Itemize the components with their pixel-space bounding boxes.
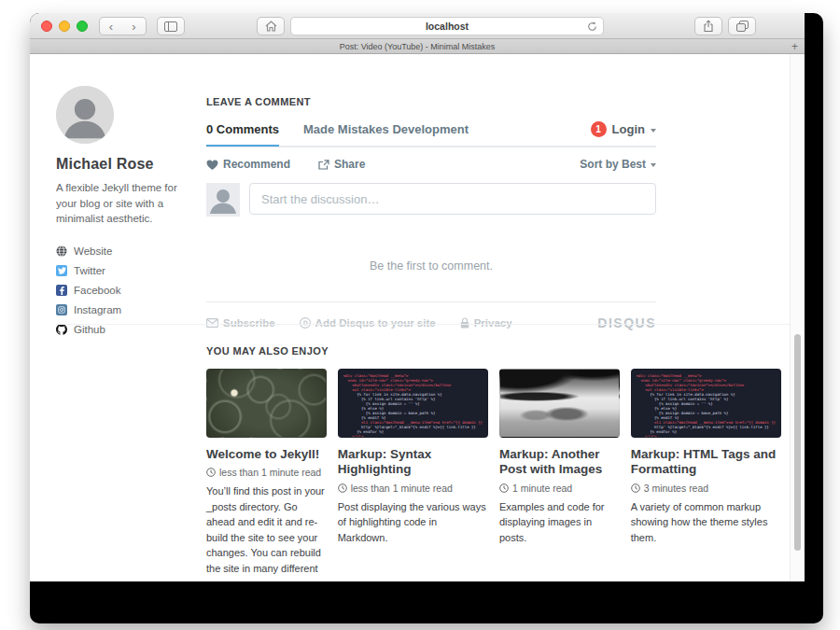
tabs-icon bbox=[736, 21, 749, 32]
share-icon bbox=[703, 20, 714, 33]
read-time: 1 minute read bbox=[512, 483, 572, 494]
sidebar-item-website[interactable]: Website bbox=[56, 245, 185, 257]
read-time: less than 1 minute read bbox=[219, 467, 321, 478]
post-title[interactable]: Welcome to Jekyll! bbox=[206, 447, 327, 462]
login-control[interactable]: 1 Login bbox=[591, 121, 656, 146]
forward-button[interactable]: › bbox=[122, 17, 147, 35]
sidebar-icon bbox=[164, 21, 177, 32]
divider bbox=[56, 324, 790, 325]
post-thumbnail-code: <div class="masthead __menu"> <nav id="s… bbox=[338, 369, 488, 438]
post-excerpt: Post displaying the various ways of high… bbox=[338, 499, 488, 546]
tab-bar: Post: Video (YouTube) - Minimal Mistakes… bbox=[30, 39, 805, 54]
zoom-window-button[interactable] bbox=[77, 21, 88, 32]
link-label: Website bbox=[74, 245, 112, 257]
divider bbox=[206, 301, 656, 302]
page-content: Michael Rose A flexible Jekyll theme for… bbox=[30, 54, 805, 581]
empty-state-text: Be the first to comment. bbox=[206, 259, 656, 273]
privacy-link[interactable]: Privacy bbox=[460, 317, 512, 329]
sidebar-item-instagram[interactable]: Instagram bbox=[56, 304, 185, 315]
close-window-button[interactable] bbox=[41, 21, 52, 32]
post-title[interactable]: Markup: Syntax Highlighting bbox=[338, 447, 488, 478]
scrollbar-thumb[interactable] bbox=[794, 334, 801, 551]
related-card[interactable]: <div class="masthead __menu"> <nav id="s… bbox=[338, 369, 488, 581]
tab-community[interactable]: Made Mistakes Development bbox=[303, 122, 469, 145]
related-card[interactable]: <div class="masthead __menu"> <nav id="s… bbox=[631, 369, 781, 581]
facebook-icon bbox=[60, 287, 64, 295]
clock-icon bbox=[631, 483, 640, 493]
link-label: Instagram bbox=[74, 304, 121, 315]
recommend-label: Recommend bbox=[223, 158, 290, 171]
post-thumbnail-code: <div class="masthead __menu"> <nav id="s… bbox=[631, 369, 781, 438]
add-disqus-link[interactable]: Add Disqus to your site bbox=[300, 317, 436, 329]
add-disqus-label: Add Disqus to your site bbox=[315, 317, 436, 329]
link-label: Github bbox=[74, 324, 105, 335]
post-excerpt: Examples and code for displaying images … bbox=[499, 499, 620, 546]
share-label: Share bbox=[334, 158, 365, 171]
back-button[interactable]: ‹ bbox=[99, 17, 123, 35]
disqus-d-icon bbox=[300, 317, 311, 329]
twitter-icon bbox=[58, 267, 66, 274]
related-heading: YOU MAY ALSO ENJOY bbox=[206, 345, 781, 357]
lock-icon bbox=[460, 317, 469, 329]
comments-section: LEAVE A COMMENT 0 Comments Made Mistakes… bbox=[206, 96, 656, 330]
author-sidebar: Michael Rose A flexible Jekyll theme for… bbox=[56, 86, 185, 343]
comments-heading: LEAVE A COMMENT bbox=[206, 96, 656, 107]
sidebar-toggle-button[interactable] bbox=[157, 17, 185, 35]
disqus-logo[interactable]: DISQUS bbox=[597, 315, 656, 330]
post-excerpt: You’ll find this post in your _posts dir… bbox=[206, 483, 327, 581]
show-all-tabs-button[interactable] bbox=[728, 17, 756, 35]
globe-icon bbox=[56, 245, 67, 257]
new-tab-button[interactable]: + bbox=[791, 40, 798, 53]
tab-comments-count[interactable]: 0 Comments bbox=[206, 122, 279, 147]
read-time: 3 minutes read bbox=[644, 483, 708, 494]
post-excerpt: A variety of common markup showing how t… bbox=[631, 499, 781, 546]
author-links: Website Twitter Facebook Instagram bbox=[56, 245, 185, 335]
person-silhouette-icon bbox=[206, 183, 240, 217]
home-icon bbox=[265, 21, 277, 32]
share-comments-button[interactable]: Share bbox=[318, 158, 365, 171]
chevron-left-icon: ‹ bbox=[109, 20, 113, 34]
github-icon bbox=[56, 324, 67, 335]
related-card[interactable]: Welcome to Jekyll! less than 1 minute re… bbox=[206, 369, 327, 581]
sidebar-item-github[interactable]: Github bbox=[56, 324, 185, 335]
link-label: Facebook bbox=[74, 285, 121, 296]
heart-icon bbox=[206, 160, 218, 170]
reload-icon bbox=[586, 21, 598, 33]
sidebar-item-twitter[interactable]: Twitter bbox=[56, 265, 185, 276]
subscribe-label: Subscribe bbox=[223, 317, 275, 329]
post-title[interactable]: Markup: HTML Tags and Formatting bbox=[631, 447, 781, 478]
active-tab[interactable]: Post: Video (YouTube) - Minimal Mistakes bbox=[340, 42, 496, 51]
chevron-down-icon bbox=[651, 163, 656, 167]
recommend-button[interactable]: Recommend bbox=[206, 158, 290, 171]
instagram-icon bbox=[58, 306, 65, 314]
scrollbar-track[interactable] bbox=[790, 54, 805, 581]
post-title[interactable]: Markup: Another Post with Images bbox=[499, 447, 620, 478]
share-button[interactable] bbox=[694, 17, 722, 35]
subscribe-link[interactable]: Subscribe bbox=[206, 317, 275, 329]
link-label: Twitter bbox=[74, 265, 105, 276]
home-button[interactable] bbox=[257, 17, 285, 35]
chevron-right-icon: › bbox=[132, 20, 135, 34]
minimize-window-button[interactable] bbox=[59, 21, 70, 32]
read-time: less than 1 minute read bbox=[351, 483, 453, 494]
comment-input[interactable] bbox=[249, 183, 656, 215]
privacy-label: Privacy bbox=[474, 317, 512, 329]
disqus-header: 0 Comments Made Mistakes Development 1 L… bbox=[206, 121, 656, 147]
share-arrow-icon bbox=[318, 160, 329, 170]
comment-compose bbox=[206, 183, 656, 217]
related-card[interactable]: Markup: Another Post with Images 1 minut… bbox=[499, 369, 620, 581]
sort-control[interactable]: Sort by Best bbox=[580, 158, 656, 171]
address-bar[interactable]: localhost bbox=[290, 17, 604, 35]
notification-badge: 1 bbox=[591, 121, 607, 137]
url-text: localhost bbox=[426, 21, 469, 32]
related-posts-section: YOU MAY ALSO ENJOY Welcome to Jekyll! le… bbox=[206, 345, 781, 581]
author-bio: A flexible Jekyll theme for your blog or… bbox=[56, 180, 185, 227]
disqus-actions: Recommend Share Sort by Best bbox=[206, 158, 656, 171]
disqus-footer: Subscribe Add Disqus to your site Privac… bbox=[206, 315, 656, 330]
reload-button[interactable] bbox=[586, 21, 598, 33]
commenter-avatar bbox=[206, 183, 240, 217]
envelope-icon bbox=[206, 318, 218, 328]
person-silhouette-icon bbox=[56, 86, 114, 144]
sidebar-item-facebook[interactable]: Facebook bbox=[56, 285, 185, 296]
browser-titlebar: ‹ › localhost bbox=[30, 13, 805, 39]
